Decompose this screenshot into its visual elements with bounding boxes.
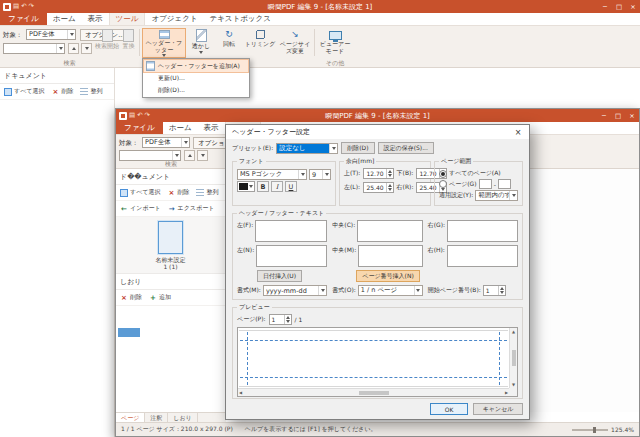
selected-bookmark-item[interactable] bbox=[118, 328, 140, 337]
zoom-slider-thumb[interactable] bbox=[593, 427, 596, 433]
dialog-titlebar[interactable]: ヘッダー・フッター設定 × bbox=[226, 125, 529, 139]
find-prev-button[interactable] bbox=[68, 43, 79, 54]
footer-right-input[interactable] bbox=[447, 245, 518, 267]
underline-button[interactable]: U bbox=[285, 181, 297, 192]
header-footer-button[interactable]: ヘッダー・フッター bbox=[142, 28, 186, 58]
scroll-up-icon[interactable]: ▲ bbox=[512, 329, 515, 334]
margin-top-spinner[interactable]: 12.70 bbox=[363, 168, 393, 179]
minimize-button[interactable]: ─ bbox=[597, 109, 611, 122]
preset-label: プリセット(E): bbox=[232, 144, 273, 153]
undo-icon[interactable]: ↶ bbox=[137, 109, 142, 122]
font-family-select[interactable]: MS Pゴシック bbox=[237, 169, 307, 180]
tab-home[interactable]: ホーム bbox=[47, 13, 82, 25]
bold-button[interactable]: B bbox=[257, 181, 269, 192]
preview-horizontal-scrollbar[interactable]: ◀ ▶ bbox=[238, 388, 509, 396]
spinner-buttons[interactable] bbox=[498, 286, 505, 295]
close-button[interactable]: × bbox=[625, 109, 639, 122]
insert-date-button[interactable]: 日付挿入(U) bbox=[257, 270, 302, 282]
italic-button[interactable]: I bbox=[271, 181, 283, 192]
scroll-left-icon[interactable]: ◀ bbox=[239, 390, 242, 395]
ok-button[interactable]: OK bbox=[430, 403, 468, 415]
start-number-spinner[interactable]: 1 bbox=[483, 285, 506, 296]
preview-canvas[interactable]: ▲ ▼ ◀ ▶ bbox=[237, 327, 518, 397]
secondary-titlebar[interactable]: ▤ ↶ ↷ 瞬簡PDF 編集 9 - [名称未設定 1] ─ □ × bbox=[116, 109, 639, 122]
close-button[interactable]: × bbox=[626, 0, 640, 13]
preview-page-spinner[interactable]: 1 bbox=[269, 314, 292, 325]
delete-action[interactable]: × 削除 bbox=[167, 188, 189, 197]
tab-file[interactable]: ファイル bbox=[116, 122, 163, 134]
cancel-button[interactable]: キャンセル bbox=[473, 403, 523, 415]
page-to-input[interactable] bbox=[498, 179, 511, 189]
maximize-button[interactable]: □ bbox=[612, 0, 626, 13]
rotate-button[interactable]: ↻ 回転 bbox=[216, 28, 242, 58]
delete-action[interactable]: × 削除 bbox=[51, 87, 73, 96]
apply-setting-select[interactable]: 範囲内のすべてのページ bbox=[475, 190, 518, 201]
footer-center-input[interactable] bbox=[358, 245, 422, 267]
preview-vertical-scrollbar[interactable]: ▲ ▼ bbox=[509, 328, 517, 388]
tab-view[interactable]: 表示 bbox=[82, 13, 109, 25]
redo-icon[interactable]: ↷ bbox=[145, 109, 150, 122]
export-action[interactable]: → エクスポート bbox=[168, 204, 215, 213]
arrange-action[interactable]: 整列 bbox=[196, 188, 218, 197]
header-right-input[interactable] bbox=[447, 220, 518, 242]
undo-icon[interactable]: ↶ bbox=[21, 0, 26, 13]
viewer-mode-button[interactable]: ビューアーモード bbox=[317, 28, 353, 58]
margin-right-label: 右(R): bbox=[397, 183, 414, 192]
all-pages-radio[interactable] bbox=[439, 170, 447, 178]
tab-object[interactable]: オブジェクト bbox=[145, 13, 203, 25]
trim-button[interactable]: トリミング bbox=[244, 28, 276, 58]
target-select[interactable]: PDF全体 bbox=[26, 29, 76, 40]
menu-item-delete[interactable]: 削除(D)... bbox=[144, 84, 248, 96]
redo-icon[interactable]: ↷ bbox=[29, 0, 34, 13]
watermark-button[interactable]: 透かし bbox=[188, 28, 214, 58]
bookmark-add-action[interactable]: + 追加 bbox=[149, 293, 171, 302]
scrollbar-thumb[interactable] bbox=[512, 350, 516, 366]
footer-left-input[interactable] bbox=[256, 245, 327, 267]
menu-item-update[interactable]: 更新(U)... bbox=[144, 72, 248, 84]
scroll-right-icon[interactable]: ▶ bbox=[505, 390, 508, 395]
dialog-close-button[interactable]: × bbox=[507, 125, 529, 139]
tab-file[interactable]: ファイル bbox=[0, 13, 47, 25]
find-next-button[interactable] bbox=[81, 43, 92, 54]
tab-textbox[interactable]: テキストボックス bbox=[203, 13, 276, 25]
bookmark-tree[interactable] bbox=[116, 306, 225, 396]
date-format-select[interactable]: yyyy-mm-dd bbox=[263, 285, 327, 296]
insert-page-number-button[interactable]: ページ番号挿入(N) bbox=[356, 270, 419, 282]
preset-select[interactable]: 設定なし bbox=[276, 143, 338, 154]
main-titlebar[interactable]: ▤ ↶ ↷ 瞬簡PDF 編集 9 - [名称未設定 1] ─ □ × bbox=[0, 0, 640, 13]
margin-left-spinner[interactable]: 25.40 bbox=[363, 182, 393, 193]
num-format-select[interactable]: 1 / n ページ bbox=[358, 285, 423, 296]
import-action[interactable]: ← インポート bbox=[120, 204, 161, 213]
select-all-action[interactable]: すべて選択 bbox=[4, 87, 44, 96]
bookmark-delete-action[interactable]: × 削除 bbox=[120, 293, 142, 302]
save-icon[interactable]: ▤ bbox=[129, 109, 135, 122]
target-select[interactable]: PDF全体 bbox=[142, 137, 190, 148]
arrange-action[interactable]: 整列 bbox=[80, 87, 102, 96]
spinner-buttons[interactable] bbox=[386, 183, 393, 192]
scroll-down-icon[interactable]: ▼ bbox=[512, 382, 515, 387]
header-center-input[interactable] bbox=[357, 220, 422, 242]
page-from-input[interactable] bbox=[479, 179, 492, 189]
menu-item-add-header-footer[interactable]: ヘッダー・フッターを追加(A) bbox=[144, 60, 248, 72]
tab-home[interactable]: ホーム bbox=[163, 122, 198, 134]
spinner-buttons[interactable] bbox=[284, 315, 291, 324]
page-thumbnail[interactable] bbox=[158, 221, 183, 254]
font-color-button[interactable] bbox=[237, 181, 255, 192]
select-all-action[interactable]: すべて選択 bbox=[120, 188, 160, 197]
preset-save-button[interactable]: 設定の保存(S)... bbox=[378, 142, 434, 154]
maximize-button[interactable]: □ bbox=[611, 109, 625, 122]
spinner-buttons[interactable] bbox=[386, 169, 393, 178]
scrollbar-thumb[interactable] bbox=[359, 391, 389, 395]
import-icon: ← bbox=[120, 205, 128, 213]
tab-tools[interactable]: ツール bbox=[109, 13, 146, 25]
tab-view[interactable]: 表示 bbox=[198, 122, 225, 134]
font-size-select[interactable]: 9 bbox=[309, 169, 331, 180]
search-box[interactable] bbox=[3, 43, 65, 54]
page-range-radio[interactable] bbox=[439, 180, 447, 188]
preset-delete-button[interactable]: 削除(D) bbox=[341, 142, 374, 154]
zoom-slider[interactable] bbox=[572, 429, 608, 431]
page-resize-button[interactable]: ↘ ページサイズ変更 bbox=[278, 28, 312, 58]
minimize-button[interactable]: ─ bbox=[598, 0, 612, 13]
header-left-input[interactable] bbox=[255, 220, 327, 242]
save-icon[interactable]: ▤ bbox=[13, 0, 19, 13]
